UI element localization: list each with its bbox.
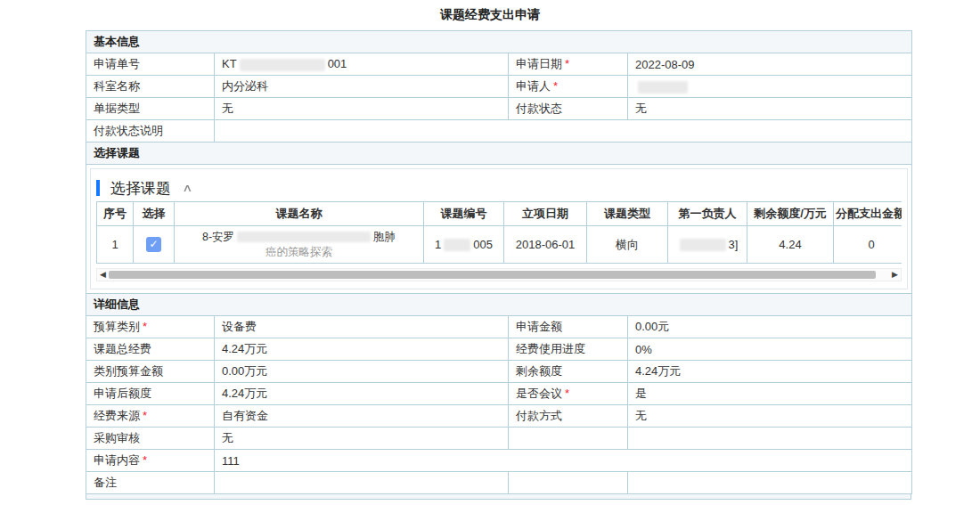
redaction-blur	[240, 59, 325, 71]
value-apply-content: 111	[215, 450, 912, 472]
row-select-checkbox[interactable]: ✓	[146, 237, 161, 252]
col-header-index: 序号	[97, 202, 134, 226]
select-project-panel: 选择课题 ∧ 序号 选择	[90, 168, 908, 289]
value-app-date: 2022-08-09	[628, 53, 912, 76]
value-app-no: KT001	[215, 53, 509, 76]
required-star: *	[143, 320, 147, 333]
empty-cell	[509, 428, 628, 450]
label-applicant: 申请人*	[509, 76, 628, 98]
project-table-row: 1 ✓ 8-安罗胞肺 癌的策略探索 1005 2018-06-01 横向 3]	[97, 226, 902, 264]
label-remark: 备注	[86, 472, 215, 494]
required-star: *	[553, 79, 558, 93]
section-header-basic-info: 基本信息	[86, 31, 912, 53]
label-category-budget: 类别预算金额	[86, 361, 215, 383]
value-total-fund: 4.24万元	[215, 338, 509, 361]
label-budget-category: 预算类别*	[86, 316, 215, 338]
label-doc-type: 单据类型	[86, 98, 215, 120]
label-fund-source: 经费来源*	[86, 405, 215, 428]
label-app-date: 申请日期*	[509, 53, 628, 76]
cell-allocated-amount: 0	[834, 226, 902, 264]
cell-project-name: 8-安罗胞肺 癌的策略探索	[175, 226, 424, 264]
required-star: *	[565, 387, 569, 400]
label-apply-amount: 申请金额	[509, 316, 628, 338]
redaction-blur	[444, 239, 470, 251]
label-app-no: 申请单号	[86, 53, 215, 76]
horizontal-scrollbar[interactable]: ◀ ▶	[96, 268, 902, 281]
label-usage-progress: 经费使用进度	[509, 338, 628, 361]
section-header-select-project: 选择课题	[86, 143, 912, 165]
panel-title-row: 选择课题 ∧	[96, 175, 902, 201]
value-pay-status: 无	[628, 98, 912, 120]
redaction-blur	[638, 81, 688, 94]
required-star: *	[143, 453, 147, 467]
value-remark	[215, 472, 509, 494]
redaction-blur	[680, 239, 726, 251]
project-table-header-row: 序号 选择 课题名称 课题编号 立项日期 课题类型 第一负责人 剩余额度/万元 …	[97, 202, 902, 226]
section-header-detail-info: 详细信息	[86, 294, 912, 316]
scroll-right-icon[interactable]: ▶	[892, 271, 898, 279]
empty-cell	[628, 428, 912, 450]
value-category-budget: 0.00万元	[215, 361, 509, 383]
label-apply-content: 申请内容*	[86, 450, 215, 472]
cell-select: ✓	[134, 226, 175, 264]
value-dept: 内分泌科	[215, 76, 509, 98]
project-table-wrapper: 序号 选择 课题名称 课题编号 立项日期 课题类型 第一负责人 剩余额度/万元 …	[96, 201, 902, 264]
form-container: 基本信息 申请单号 KT001 申请日期* 2022-08-09 科室名称 内分…	[86, 30, 911, 500]
value-usage-progress: 0%	[628, 338, 912, 361]
label-pay-note: 付款状态说明	[86, 120, 215, 143]
col-header-remaining: 剩余额度/万元	[747, 202, 834, 226]
cell-project-code: 1005	[424, 226, 504, 264]
value-remaining-quota: 4.24万元	[628, 361, 912, 383]
empty-cell	[509, 472, 628, 494]
col-header-allocated: 分配支出金额/元	[834, 202, 902, 226]
col-header-name: 课题名称	[175, 202, 424, 226]
scroll-left-icon[interactable]: ◀	[100, 271, 106, 279]
next-section-header-cutoff	[86, 493, 911, 500]
value-post-apply-quota: 4.24万元	[215, 383, 509, 405]
value-doc-type: 无	[215, 98, 509, 120]
label-remaining-quota: 剩余额度	[509, 361, 628, 383]
label-post-apply-quota: 申请后额度	[86, 383, 215, 405]
cell-leader: 3]	[668, 226, 747, 264]
col-header-select: 选择	[134, 202, 175, 226]
value-is-meeting: 是	[628, 383, 912, 405]
redaction-blur	[237, 232, 371, 242]
value-procurement-review: 无	[215, 428, 509, 450]
value-pay-method: 无	[628, 405, 912, 428]
panel-title: 选择课题	[110, 178, 171, 199]
col-header-code: 课题编号	[424, 202, 504, 226]
label-total-fund: 课题总经费	[86, 338, 215, 361]
label-dept: 科室名称	[86, 76, 215, 98]
cell-index: 1	[97, 226, 134, 264]
value-applicant	[628, 76, 912, 98]
col-header-start-date: 立项日期	[504, 202, 587, 226]
detail-info-table: 详细信息 预算类别* 设备费 申请金额 0.00元 课题总经费 4.24万元 经…	[86, 293, 912, 494]
required-star: *	[565, 57, 569, 70]
value-fund-source: 自有资金	[215, 405, 509, 428]
col-header-leader: 第一负责人	[668, 202, 747, 226]
label-is-meeting: 是否会议*	[509, 383, 628, 405]
value-pay-note	[215, 120, 912, 143]
cell-start-date: 2018-06-01	[504, 226, 587, 264]
value-apply-amount: 0.00元	[628, 316, 912, 338]
basic-info-table: 基本信息 申请单号 KT001 申请日期* 2022-08-09 科室名称 内分…	[86, 30, 912, 143]
value-budget-category: 设备费	[215, 316, 509, 338]
cell-project-type: 横向	[587, 226, 668, 264]
required-star: *	[143, 409, 147, 422]
label-procurement-review: 采购审核	[86, 428, 215, 450]
empty-cell	[628, 472, 912, 494]
col-header-type: 课题类型	[587, 202, 668, 226]
label-pay-status: 付款状态	[509, 98, 628, 120]
cell-remaining-quota: 4.24	[747, 226, 834, 264]
label-pay-method: 付款方式	[509, 405, 628, 428]
project-table: 序号 选择 课题名称 课题编号 立项日期 课题类型 第一负责人 剩余额度/万元 …	[96, 201, 902, 264]
project-section-table: 选择课题 选择课题 ∧	[86, 142, 912, 294]
project-panel-cell: 选择课题 ∧ 序号 选择	[86, 165, 912, 294]
accent-bar	[96, 180, 100, 196]
scrollbar-thumb[interactable]	[109, 271, 876, 279]
collapse-icon[interactable]: ∧	[182, 182, 192, 194]
page-title: 课题经费支出申请	[0, 0, 980, 31]
